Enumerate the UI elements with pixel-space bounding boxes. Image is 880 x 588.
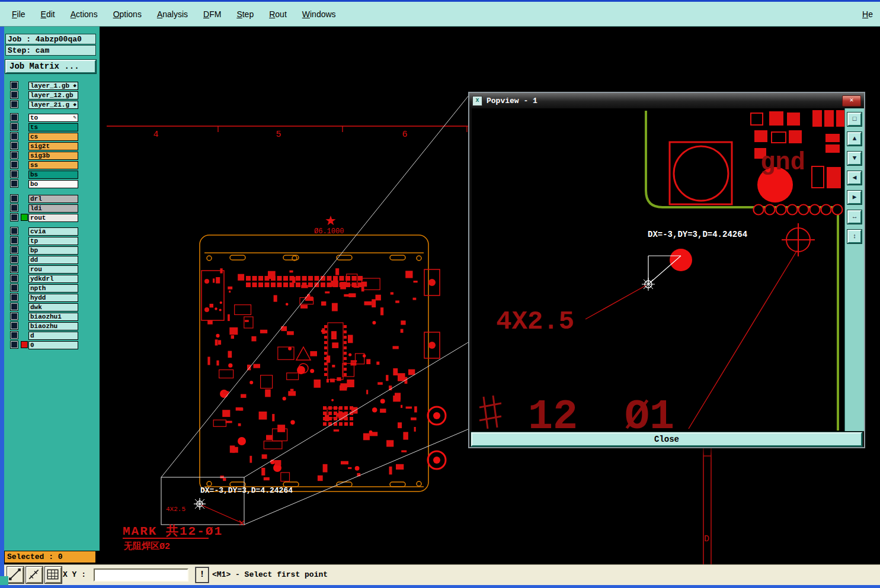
job-matrix-button[interactable]: Job Matrix ... bbox=[5, 60, 96, 73]
layer-name-sig3b[interactable]: sig3b bbox=[28, 152, 78, 160]
xy-label: X Y : bbox=[63, 570, 86, 579]
menu-item-help[interactable]: He bbox=[862, 9, 873, 19]
popview-title-bar[interactable]: x Popview - 1 ✕ bbox=[469, 93, 864, 108]
layer-name-ss[interactable]: ss bbox=[28, 161, 78, 169]
layer-visibility-checkbox[interactable] bbox=[11, 275, 18, 282]
layer-visibility-checkbox[interactable] bbox=[11, 195, 18, 202]
popview-close-button[interactable]: Close bbox=[471, 432, 862, 446]
layer-name-hydd[interactable]: hydd bbox=[28, 294, 78, 302]
active-layer-indicator bbox=[21, 214, 28, 221]
layer-visibility-checkbox[interactable] bbox=[11, 204, 18, 211]
layer-name-cs[interactable]: cs bbox=[28, 133, 78, 141]
layer-visibility-checkbox[interactable] bbox=[11, 142, 18, 149]
layer-name-ldi[interactable]: ldi bbox=[28, 204, 78, 213]
layer-name-biaozhu1[interactable]: biaozhu1 bbox=[28, 313, 78, 321]
layer-name-dwk[interactable]: dwk bbox=[28, 303, 78, 311]
layer-name-sig2t[interactable]: sig2t bbox=[28, 142, 78, 150]
layer-list: layer_1.gb◆layer_12.gblayer_21.g◆to✎tscs… bbox=[4, 81, 100, 354]
layer-visibility-checkbox[interactable] bbox=[11, 265, 18, 272]
layer-visibility-checkbox[interactable] bbox=[11, 256, 18, 263]
layer-suffix-icon: ✎ bbox=[73, 114, 76, 121]
layer-name-dd[interactable]: dd bbox=[28, 256, 78, 264]
layer-name-layer_21.g[interactable]: layer_21.g◆ bbox=[28, 101, 78, 109]
layer-name-layer_1.gb[interactable]: layer_1.gb◆ bbox=[28, 82, 78, 90]
popview-title: Popview - 1 bbox=[487, 97, 537, 105]
layer-visibility-checkbox[interactable] bbox=[11, 332, 18, 339]
view-window-icon[interactable]: □ bbox=[847, 113, 862, 126]
layer-name-tp[interactable]: tp bbox=[28, 237, 78, 245]
layer-name-0[interactable]: 0 bbox=[28, 341, 78, 349]
layer-name-rou[interactable]: rou bbox=[28, 265, 78, 274]
drill-crosshair bbox=[782, 223, 815, 256]
layer-visibility-checkbox[interactable] bbox=[11, 161, 18, 168]
layer-visibility-checkbox[interactable] bbox=[11, 82, 18, 89]
layer-visibility-checkbox[interactable] bbox=[11, 101, 18, 108]
menu-item-dfm[interactable]: DFM bbox=[203, 9, 221, 19]
menu-item-analysis[interactable]: Analysis bbox=[157, 9, 188, 19]
layer-name-bo[interactable]: bo bbox=[28, 180, 78, 188]
layer-name-to[interactable]: to✎ bbox=[28, 114, 78, 122]
alert-button[interactable]: ! bbox=[196, 567, 209, 583]
menu-item-actions[interactable]: Actions bbox=[71, 9, 98, 19]
layer-visibility-checkbox[interactable] bbox=[11, 171, 18, 178]
layer-name-rout[interactable]: rout bbox=[28, 214, 78, 222]
layer-name-d[interactable]: d bbox=[28, 332, 78, 340]
layer-visibility-checkbox[interactable] bbox=[11, 294, 18, 301]
job-label: Job : 4abzp00qa0 bbox=[5, 34, 96, 44]
sidebar: Job : 4abzp00qa0 Step: cam Job Matrix ..… bbox=[4, 27, 100, 551]
zoom-vertical-icon[interactable]: ↕ bbox=[847, 230, 862, 243]
line-tool-icon[interactable] bbox=[7, 567, 24, 583]
pan-right-icon[interactable]: ▶ bbox=[847, 191, 862, 204]
layer-name-ts[interactable]: ts bbox=[28, 123, 78, 131]
layer-visibility-checkbox[interactable] bbox=[11, 133, 18, 140]
board-outline bbox=[200, 235, 428, 491]
popview-canvas[interactable]: gnd DX=-3,DY=3,D=4.24264 bbox=[472, 108, 844, 431]
layer-visibility-checkbox[interactable] bbox=[11, 180, 18, 187]
layer-name-layer_12.gb[interactable]: layer_12.gb bbox=[28, 91, 78, 99]
layer-name-biaozhu[interactable]: biaozhu bbox=[28, 322, 78, 330]
dim-leader bbox=[585, 285, 646, 319]
layer-visibility-checkbox[interactable] bbox=[11, 341, 18, 348]
layer-visibility-checkbox[interactable] bbox=[11, 152, 18, 159]
layer-visibility-checkbox[interactable] bbox=[11, 322, 18, 329]
grid-tool-icon[interactable] bbox=[45, 567, 62, 583]
ruler-number: 5 bbox=[276, 130, 281, 140]
layer-visibility-checkbox[interactable] bbox=[11, 284, 18, 291]
layer-visibility-checkbox[interactable] bbox=[11, 313, 18, 320]
layer-visibility-checkbox[interactable] bbox=[11, 123, 18, 130]
layer-visibility-checkbox[interactable] bbox=[11, 227, 18, 234]
menu-item-edit[interactable]: Edit bbox=[41, 9, 55, 19]
layer-name-drl[interactable]: drl bbox=[28, 195, 78, 203]
measure-readout: DX=-3,DY=3,D=4.24264 bbox=[648, 230, 747, 239]
layer-row-dwk: dwk bbox=[4, 303, 100, 312]
layer-visibility-checkbox[interactable] bbox=[11, 303, 18, 310]
layer-visibility-checkbox[interactable] bbox=[11, 114, 18, 121]
layer-row-biaozhu: biaozhu bbox=[4, 322, 100, 331]
dimension-lines bbox=[703, 448, 711, 564]
dim-leader-long bbox=[689, 250, 797, 429]
close-icon[interactable]: ✕ bbox=[842, 95, 861, 107]
layer-name-cvia[interactable]: cvia bbox=[28, 227, 78, 236]
layer-row-layer_1.gb: layer_1.gb◆ bbox=[4, 81, 100, 91]
measure-tool-icon[interactable] bbox=[26, 567, 43, 583]
layer-name-bs[interactable]: bs bbox=[28, 171, 78, 179]
pan-left-icon[interactable]: ◀ bbox=[847, 171, 862, 185]
layer-name-npth[interactable]: npth bbox=[28, 284, 78, 293]
pan-up-icon[interactable]: ▲ bbox=[847, 132, 862, 146]
layer-name-bp[interactable]: bp bbox=[28, 246, 78, 255]
menu-item-file[interactable]: File bbox=[12, 9, 25, 19]
layer-row-dd: dd bbox=[4, 255, 100, 265]
menu-item-rout[interactable]: Rout bbox=[269, 9, 287, 19]
fiducial-target bbox=[670, 142, 732, 204]
layer-visibility-checkbox[interactable] bbox=[11, 237, 18, 244]
menu-item-step[interactable]: Step bbox=[236, 9, 254, 19]
layer-visibility-checkbox[interactable] bbox=[11, 91, 18, 98]
layer-visibility-checkbox[interactable] bbox=[11, 246, 18, 253]
zoom-horizontal-icon[interactable]: ↔ bbox=[847, 210, 862, 224]
pan-down-icon[interactable]: ▼ bbox=[847, 152, 862, 165]
menu-item-options[interactable]: Options bbox=[113, 9, 142, 19]
menu-item-windows[interactable]: Windows bbox=[302, 9, 336, 19]
layer-visibility-checkbox[interactable] bbox=[11, 214, 18, 221]
layer-name-ydkdrl[interactable]: ydkdrl bbox=[28, 275, 78, 283]
coordinate-input[interactable] bbox=[94, 568, 188, 581]
